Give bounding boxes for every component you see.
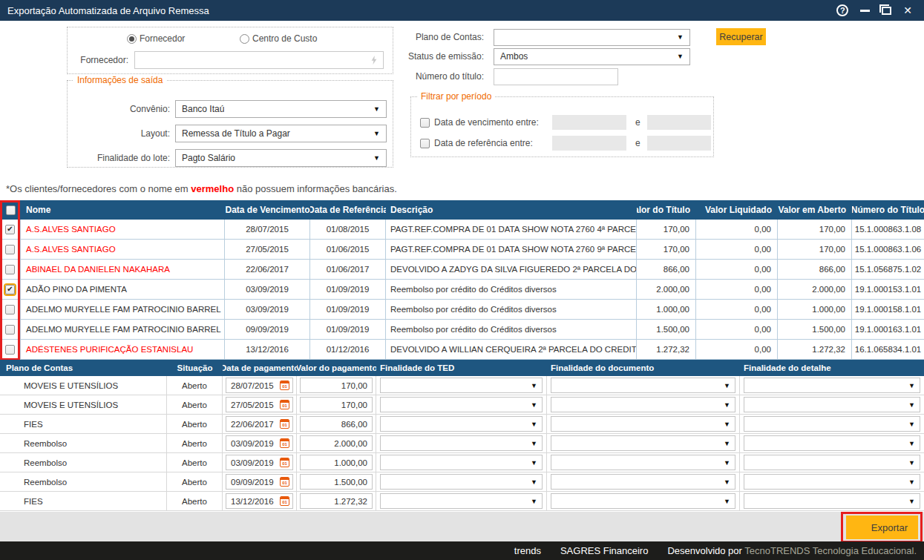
vencimento-from-input[interactable] xyxy=(552,115,626,130)
numero-titulo-input[interactable] xyxy=(494,68,618,85)
titles-table-row[interactable]: ADÉSTENES PURIFICAÇÃO ESTANISLAU 13/12/2… xyxy=(0,340,924,360)
data-pagamento-input[interactable]: 03/09/2019 01 xyxy=(226,455,293,470)
plano-contas-select[interactable]: ▼ xyxy=(494,29,690,46)
row-checkbox[interactable] xyxy=(5,345,15,355)
finalidade-ted-select[interactable]: ▼ xyxy=(380,474,543,490)
finalidade-lote-select[interactable]: Pagto Salário ▼ xyxy=(175,149,387,167)
row-checkbox[interactable] xyxy=(5,285,15,294)
titles-table-row[interactable]: A.S.ALVES SANTIAGO 28/07/2015 01/08/2015… xyxy=(0,220,924,240)
col-header-referencia[interactable]: Data de Referência xyxy=(310,200,386,220)
row-checkbox[interactable] xyxy=(5,245,15,254)
maximize-icon[interactable] xyxy=(882,7,891,15)
fornecedor-input[interactable] xyxy=(134,51,384,69)
cell-data-vencimento: 13/12/2016 xyxy=(225,340,310,359)
col-header-numero-titulo[interactable]: Número do Título xyxy=(852,200,924,220)
valor-pagamento-input[interactable]: 1.272,32 xyxy=(300,493,373,509)
convenio-select[interactable]: Banco Itaú ▼ xyxy=(175,100,387,118)
col-header-valor-liquidado[interactable]: Valor Liquidado xyxy=(696,200,778,220)
col-header-valor-titulo[interactable]: Valor do Título xyxy=(637,200,696,220)
finalidade-documento-select[interactable]: ▼ xyxy=(551,416,735,432)
row-checkbox[interactable] xyxy=(5,325,15,335)
minimize-icon[interactable] xyxy=(860,10,870,12)
cell-valor-aberto: 1.272,32 xyxy=(778,340,852,359)
finalidade-ted-select[interactable]: ▼ xyxy=(380,416,543,432)
finalidade-ted-select[interactable]: ▼ xyxy=(380,397,543,412)
calendar-icon[interactable]: 01 xyxy=(280,477,289,487)
help-icon[interactable]: ? xyxy=(836,4,848,16)
exportar-button[interactable]: Exportar xyxy=(846,515,918,539)
finalidade-documento-select[interactable]: ▼ xyxy=(551,493,735,509)
chevron-down-icon: ▼ xyxy=(724,421,730,428)
data-pagamento-input[interactable]: 03/09/2019 01 xyxy=(226,435,293,451)
calendar-icon[interactable]: 01 xyxy=(280,400,289,409)
titles-table-row[interactable]: A.S.ALVES SANTIAGO 27/05/2015 01/06/2015… xyxy=(0,240,924,260)
finalidade-detalhe-select[interactable]: ▼ xyxy=(744,397,920,412)
col-header-valor-aberto[interactable]: Valor em Aberto xyxy=(778,200,852,220)
col-header-nome[interactable]: Nome xyxy=(21,200,225,220)
finalidade-detalhe-select[interactable]: ▼ xyxy=(744,435,920,451)
calendar-icon[interactable]: 01 xyxy=(280,381,289,390)
titles-table-row[interactable]: ADÃO PINO DA PIMENTA 03/09/2019 01/09/20… xyxy=(0,280,924,300)
data-pagamento-input[interactable]: 09/09/2019 01 xyxy=(226,474,293,490)
col-header-vencimento[interactable]: Data de Vencimento xyxy=(225,200,310,220)
referencia-filter-checkbox[interactable] xyxy=(420,139,430,148)
titles-table-row[interactable]: ADELMO MURYELLE FAM PATROCINIO BARREL 03… xyxy=(0,300,924,320)
calendar-icon[interactable]: 01 xyxy=(280,419,289,429)
row-checkbox[interactable] xyxy=(5,305,15,314)
finalidade-documento-select[interactable]: ▼ xyxy=(551,378,735,393)
row-checkbox[interactable] xyxy=(5,225,15,234)
finalidade-detalhe-select[interactable]: ▼ xyxy=(744,493,920,509)
titles-table-row[interactable]: ADELMO MURYELLE FAM PATROCINIO BARREL 09… xyxy=(0,320,924,340)
titles-table-row[interactable]: ABINAEL DA DANIELEN NAKAHARA 22/06/2017 … xyxy=(0,260,924,280)
radio-centro-label: Centro de Custo xyxy=(252,33,317,44)
radio-centro-circle[interactable] xyxy=(240,34,249,44)
radio-centro-de-custo[interactable]: Centro de Custo xyxy=(240,33,317,44)
data-pagamento-input[interactable]: 22/06/2017 01 xyxy=(226,416,293,432)
valor-pagamento-input[interactable]: 866,00 xyxy=(300,416,373,432)
finalidade-ted-select[interactable]: ▼ xyxy=(380,435,543,451)
calendar-icon[interactable]: 01 xyxy=(280,438,289,448)
data-pagamento-input[interactable]: 27/05/2015 01 xyxy=(226,397,293,412)
finalidade-detalhe-select[interactable]: ▼ xyxy=(744,416,920,432)
finalidade-detalhe-select[interactable]: ▼ xyxy=(744,455,920,470)
finalidade-ted-select[interactable]: ▼ xyxy=(380,493,543,509)
chevron-down-icon: ▼ xyxy=(908,382,915,389)
row-checkbox[interactable] xyxy=(5,265,15,274)
referencia-to-input[interactable] xyxy=(647,136,711,151)
col-header-finalidade-det: Finalidade do detalhe xyxy=(740,360,924,376)
cell-valor-aberto: 170,00 xyxy=(778,240,852,259)
recuperar-button[interactable]: Recuperar xyxy=(716,28,766,45)
calendar-icon[interactable]: 01 xyxy=(280,458,289,467)
radio-fornecedor-circle[interactable] xyxy=(127,34,137,44)
finalidade-ted-select[interactable]: ▼ xyxy=(380,378,543,393)
finalidade-detalhe-select[interactable]: ▼ xyxy=(744,378,920,393)
valor-pagamento-input[interactable]: 170,00 xyxy=(300,397,373,412)
status-emissao-value: Ambos xyxy=(500,51,528,62)
close-icon[interactable]: ✕ xyxy=(903,4,912,16)
cell-nome: ADELMO MURYELLE FAM PATROCINIO BARREL xyxy=(21,300,225,319)
chevron-down-icon: ▼ xyxy=(724,440,730,447)
finalidade-documento-select[interactable]: ▼ xyxy=(551,455,735,470)
valor-pagamento-input[interactable]: 1.000,00 xyxy=(300,455,373,470)
select-all-checkbox[interactable] xyxy=(6,205,16,215)
finalidade-documento-select[interactable]: ▼ xyxy=(551,397,735,412)
referencia-from-input[interactable] xyxy=(552,136,626,151)
finalidade-ted-select[interactable]: ▼ xyxy=(380,455,543,470)
radio-fornecedor[interactable]: Fornecedor xyxy=(127,33,185,44)
col-header-descricao[interactable]: Descrição xyxy=(386,200,637,220)
vencimento-to-input[interactable] xyxy=(647,115,711,130)
cell-situacao: Aberto xyxy=(167,395,223,414)
data-pagamento-input[interactable]: 13/12/2016 01 xyxy=(226,493,293,509)
finalidade-detalhe-select[interactable]: ▼ xyxy=(744,474,920,490)
valor-pagamento-input[interactable]: 170,00 xyxy=(300,378,373,393)
status-emissao-select[interactable]: Ambos ▼ xyxy=(494,48,690,65)
data-pagamento-input[interactable]: 28/07/2015 01 xyxy=(226,378,293,393)
finalidade-documento-select[interactable]: ▼ xyxy=(551,474,735,490)
cell-valor-liquidado: 0,00 xyxy=(696,320,778,339)
calendar-icon[interactable]: 01 xyxy=(280,496,289,506)
layout-select[interactable]: Remessa de Título a Pagar ▼ xyxy=(175,125,387,142)
valor-pagamento-input[interactable]: 1.500,00 xyxy=(300,474,373,490)
valor-pagamento-input[interactable]: 2.000,00 xyxy=(300,435,373,451)
vencimento-filter-checkbox[interactable] xyxy=(420,118,430,128)
finalidade-documento-select[interactable]: ▼ xyxy=(551,435,735,451)
